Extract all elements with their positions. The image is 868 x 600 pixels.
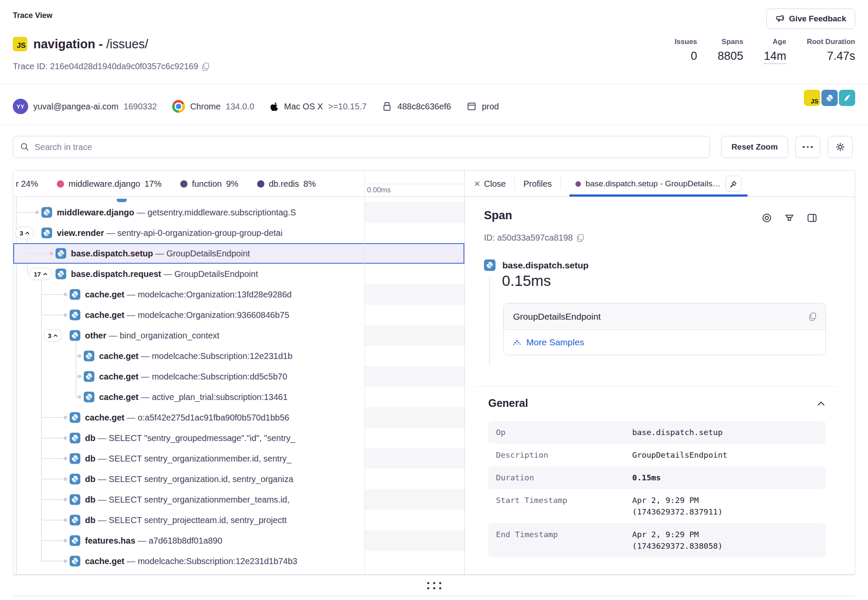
tree-row-duration-cell[interactable]	[364, 366, 464, 387]
tree-row-duration-cell[interactable]	[364, 346, 464, 366]
copy-icon[interactable]	[809, 313, 816, 321]
close-panel-button[interactable]: × Close	[474, 179, 506, 189]
user-email: yuval@pangea-ai.com	[33, 102, 118, 112]
span-description: — sentry-api-0-organization-group-group-…	[104, 228, 282, 238]
copy-icon[interactable]	[577, 234, 584, 242]
more-samples-row[interactable]: More Samples	[504, 330, 825, 355]
tree-row-duration-cell[interactable]	[364, 387, 464, 407]
python-icon	[84, 351, 94, 362]
reset-zoom-button[interactable]: Reset Zoom	[721, 136, 788, 158]
tree-row-duration-cell[interactable]	[364, 243, 464, 264]
copy-icon[interactable]	[202, 63, 209, 71]
tree-row-duration-cell[interactable]	[364, 448, 464, 469]
tree-row-name-cell: 17 base.dispatch.request — GroupDetailsE…	[13, 264, 364, 284]
tree-row-name-cell: db — SELECT sentry_projectteam.id, sentr…	[13, 510, 364, 530]
trace-tree-row[interactable]: 3 other — bind_organization_context	[13, 325, 464, 346]
span-description: — modelcache:Subscription:12e231d1b74b3	[124, 556, 297, 566]
tree-row-duration-cell[interactable]	[364, 530, 464, 551]
trace-tree-row[interactable]: middleware.django — getsentry.middleware…	[13, 202, 464, 223]
trace-tree-row[interactable]: base.dispatch.setup — GroupDetailsEndpoi…	[13, 243, 464, 264]
os-chip[interactable]: Mac OS X >=10.15.7	[270, 101, 367, 112]
browser-chip[interactable]: Chrome 134.0.0	[172, 100, 254, 113]
expand-collapse-pill[interactable]: 17	[29, 268, 52, 280]
duration-column-divider[interactable]	[364, 171, 365, 574]
settings-button[interactable]	[828, 136, 853, 158]
stat-root-duration: Root Duration 7.47s	[807, 38, 855, 64]
divider	[560, 177, 561, 190]
zoom-to-span-icon[interactable]	[784, 212, 795, 224]
trace-tree-row[interactable]: features.has — a7d618b8df01a890	[13, 530, 464, 551]
device-icon	[382, 101, 392, 112]
stat-label: Spans	[721, 38, 743, 46]
tree-row-duration-cell[interactable]	[364, 305, 464, 325]
trace-tree-row[interactable]: db — SELECT sentry_organization.id, sent…	[13, 469, 464, 489]
collapse-chevron-icon[interactable]	[817, 401, 825, 406]
environment-chip[interactable]: prod	[466, 101, 499, 112]
kv-value: Apr 2, 9:29 PM(1743629372.838058)	[632, 529, 723, 552]
tree-row-duration-cell[interactable]	[364, 510, 464, 530]
tree-row-duration-cell[interactable]	[364, 469, 464, 489]
expand-collapse-pill[interactable]: 3	[15, 227, 34, 239]
kv-value: GroupDetailsEndpoint	[632, 449, 727, 461]
search-input[interactable]	[35, 142, 703, 152]
panel-divider[interactable]	[464, 171, 465, 574]
user-id: 1690332	[123, 102, 157, 112]
trace-tree-row[interactable]: cache.get — modelcache:Subscription:12e2…	[13, 346, 464, 366]
span-header-actions	[761, 212, 818, 224]
span-op-label: other	[85, 331, 106, 340]
section-divider	[475, 386, 837, 387]
span-op-label: middleware.django	[57, 208, 134, 217]
trace-tree-row[interactable]: db — SELECT sentry_organizationmember_te…	[13, 489, 464, 510]
samples-dots-icon	[512, 338, 522, 347]
tree-connector-line	[41, 458, 65, 459]
tree-row-duration-cell[interactable]	[364, 428, 464, 448]
tab-profiles[interactable]: Profiles	[523, 179, 552, 189]
tree-row-duration-cell[interactable]	[364, 202, 464, 223]
tree-row-duration-cell[interactable]	[364, 325, 464, 346]
focus-target-icon[interactable]	[761, 212, 772, 224]
trace-tree-row[interactable]: 17 base.dispatch.request — GroupDetailsE…	[13, 264, 464, 284]
tree-row-duration-cell[interactable]	[364, 551, 464, 571]
python-logo-glyph	[486, 262, 493, 269]
python-logo-glyph	[85, 373, 93, 380]
python-logo-glyph	[43, 229, 50, 237]
span-description: — SELECT sentry_projectteam.id, sentry_p…	[95, 515, 287, 525]
trace-tree-row[interactable]: cache.get — modelcache:Subscription:12e2…	[13, 551, 464, 571]
tree-connector-dot	[64, 436, 67, 440]
tree-row-duration-cell[interactable]	[364, 223, 464, 243]
trace-title-row: JS navigation - /issues/	[13, 37, 148, 51]
span-op-label: cache.get	[85, 556, 124, 566]
trace-tree-row[interactable]: db — SELECT sentry_projectteam.id, sentr…	[13, 510, 464, 530]
tree-connector-line	[41, 294, 65, 295]
drag-handle[interactable]	[427, 582, 441, 589]
tree-row-duration-cell[interactable]	[364, 264, 464, 284]
trace-tree-row[interactable]: 3 view.render — sentry-api-0-organizatio…	[13, 223, 464, 243]
python-icon	[484, 259, 496, 271]
trace-tree-row[interactable]: cache.get — modelcache:Organization:9366…	[13, 305, 464, 325]
more-options-button[interactable]	[795, 136, 820, 158]
tree-row-duration-cell[interactable]	[364, 407, 464, 428]
browser-name: Chrome	[190, 102, 220, 112]
give-feedback-button[interactable]: Give Feedback	[766, 9, 855, 29]
tree-row-duration-cell[interactable]	[364, 489, 464, 510]
trace-tree-row[interactable]: cache.get — active_plan_trial:subscripti…	[13, 387, 464, 407]
device-chip[interactable]: 488c8c636ef6	[382, 101, 451, 112]
tree-row-duration-cell[interactable]	[364, 284, 464, 305]
user-chip[interactable]: YY yuval@pangea-ai.com 1690332	[13, 99, 157, 114]
trace-tree-row[interactable]: db — SELECT "sentry_groupedmessage"."id"…	[13, 428, 464, 448]
python-logo-glyph	[85, 353, 93, 360]
python-icon	[41, 207, 52, 218]
trace-tree-row[interactable]: cache.get — modelcache:Subscription:dd5c…	[13, 366, 464, 387]
expand-collapse-pill[interactable]: 3	[43, 329, 62, 342]
more-samples-link[interactable]: More Samples	[526, 337, 584, 347]
panel-layout-icon[interactable]	[806, 212, 818, 224]
pin-tab-button[interactable]	[725, 176, 742, 192]
tab-span-details[interactable]: base.dispatch.setup - GroupDetails…	[569, 171, 748, 197]
tree-row-name-cell: db — SELECT sentry_organization.id, sent…	[13, 469, 364, 489]
trace-tree-row[interactable]: cache.get — modelcache:Organization:13fd…	[13, 284, 464, 305]
apple-icon	[270, 101, 279, 112]
trace-tree-row[interactable]: cache.get — o:a5f42e275d1ac91fba90f0b570…	[13, 407, 464, 428]
python-icon	[70, 535, 80, 546]
trace-title-transaction: navigation -	[33, 37, 103, 51]
trace-tree-row[interactable]: db — SELECT sentry_organizationmember.id…	[13, 448, 464, 469]
